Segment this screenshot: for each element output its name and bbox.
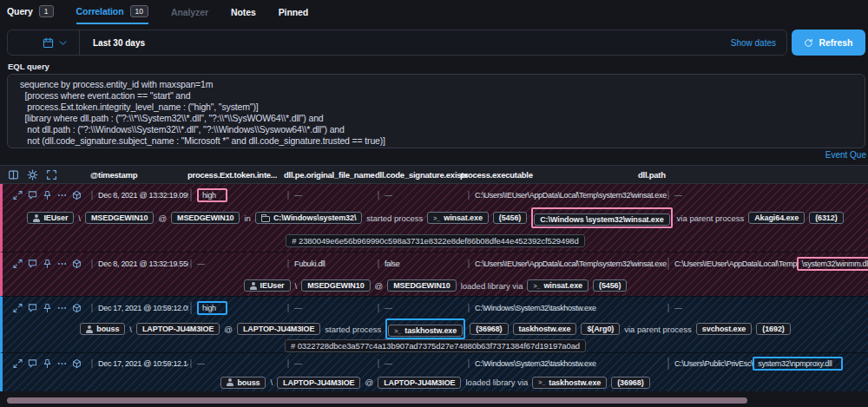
expand-event-icon[interactable] bbox=[13, 304, 23, 313]
event-row[interactable]: Dec 17, 2021 @ 10:59:12.144 — — — C:\Win… bbox=[0, 352, 868, 391]
more-actions-icon[interactable] bbox=[57, 304, 67, 313]
quick-select-button[interactable] bbox=[8, 30, 80, 55]
value-chip[interactable]: >_winsat.exe bbox=[527, 279, 589, 292]
timestamp-cell[interactable]: Dec 17, 2021 @ 10:59:12.059 bbox=[91, 304, 188, 312]
value-chip[interactable]: Akagi64.exe bbox=[748, 212, 805, 224]
signature-cell[interactable]: — bbox=[378, 359, 392, 368]
value-chip[interactable]: IEUser bbox=[244, 279, 291, 292]
eql-query-editor[interactable]: sequence by process.entity_id with maxsp… bbox=[7, 74, 865, 148]
date-range-label[interactable]: Last 30 days bbox=[80, 38, 731, 48]
value-chip[interactable]: IEUser bbox=[27, 212, 74, 224]
add-note-icon[interactable] bbox=[28, 191, 37, 200]
value-chip[interactable]: (36968) bbox=[611, 377, 649, 389]
event-row[interactable]: Dec 8, 2021 @ 13:32:19.556 — Fubuki.dll … bbox=[0, 252, 868, 296]
value-chip[interactable]: LAPTOP-JU4M3IOE bbox=[237, 323, 320, 335]
timestamp-cell[interactable]: Dec 17, 2021 @ 10:59:12.144 bbox=[91, 359, 188, 368]
analyze-event-icon[interactable] bbox=[72, 259, 82, 269]
timestamp-cell[interactable]: Dec 8, 2021 @ 13:32:19.099 bbox=[91, 191, 188, 200]
add-note-icon[interactable] bbox=[28, 304, 37, 313]
executable-cell[interactable]: C:\Windows\System32\taskhostw.exe bbox=[468, 359, 596, 368]
refresh-icon bbox=[804, 38, 813, 48]
value-chip[interactable]: (6312) bbox=[809, 212, 843, 224]
columns-icon[interactable] bbox=[8, 169, 19, 181]
value-chip[interactable]: MSEDGEWIN10 bbox=[85, 212, 154, 224]
tab-query[interactable]: Query 1 bbox=[7, 5, 54, 24]
value-chip[interactable]: taskhostw.exe bbox=[513, 323, 577, 335]
more-actions-icon[interactable] bbox=[57, 259, 67, 269]
expand-event-icon[interactable] bbox=[13, 259, 23, 269]
value-chip[interactable]: >_taskhostw.exe bbox=[388, 325, 463, 337]
signature-cell[interactable]: — bbox=[378, 191, 392, 200]
column-header-dllpath[interactable]: dll.path bbox=[638, 170, 666, 180]
filename-cell[interactable]: — bbox=[287, 191, 302, 200]
value-chip[interactable]: C:\Windows \system32\winsat.exe bbox=[534, 213, 669, 226]
signature-cell[interactable]: — bbox=[378, 304, 392, 312]
expand-event-icon[interactable] bbox=[13, 191, 23, 200]
analyze-event-icon[interactable] bbox=[72, 304, 82, 313]
value-chip[interactable]: LAPTOP-JU4M3IOE bbox=[277, 377, 360, 389]
pin-icon[interactable] bbox=[43, 358, 52, 368]
add-note-icon[interactable] bbox=[28, 259, 37, 269]
dllpath-cell[interactable]: — bbox=[667, 304, 682, 312]
dllpath-cell[interactable]: C:\Users\Public\PrivEsc\system32\npmprox… bbox=[667, 358, 843, 370]
event-row[interactable]: Dec 17, 2021 @ 10:59:12.059 high — — C:\… bbox=[0, 296, 868, 352]
value-chip[interactable]: LAPTOP-JU4M3IOE bbox=[378, 377, 461, 389]
column-header-timestamp[interactable]: @timestamp bbox=[90, 170, 137, 180]
executable-cell[interactable]: C:\Users\IEUser\AppData\Local\Temp\syste… bbox=[468, 259, 667, 268]
value-chip[interactable]: bouss bbox=[80, 323, 125, 335]
executable-cell[interactable]: C:\Windows\System32\taskhostw.exe bbox=[468, 304, 596, 312]
horizontal-scrollbar[interactable] bbox=[7, 397, 747, 404]
dllpath-cell[interactable]: — bbox=[667, 191, 682, 200]
expand-event-icon[interactable] bbox=[13, 358, 23, 368]
signature-cell[interactable]: false bbox=[378, 259, 400, 268]
gear-icon[interactable] bbox=[27, 169, 38, 181]
value-chip[interactable]: C:\Windows\system32\ bbox=[255, 212, 362, 224]
refresh-button[interactable]: Refresh bbox=[792, 30, 865, 56]
integrity-cell[interactable]: — bbox=[190, 359, 205, 368]
tab-pinned[interactable]: Pinned bbox=[279, 7, 308, 24]
value-chip[interactable]: (5456) bbox=[593, 279, 627, 292]
more-actions-icon[interactable] bbox=[57, 358, 67, 368]
pin-icon[interactable] bbox=[43, 259, 52, 269]
timestamp-cell[interactable]: Dec 8, 2021 @ 13:32:19.556 bbox=[91, 259, 188, 268]
integrity-cell[interactable]: — bbox=[190, 259, 205, 268]
column-header-executable[interactable]: process.executable bbox=[460, 170, 533, 180]
show-dates-link[interactable]: Show dates bbox=[731, 38, 786, 48]
add-note-icon[interactable] bbox=[28, 358, 37, 368]
pin-icon[interactable] bbox=[43, 304, 52, 313]
filename-cell[interactable]: Fubuki.dll bbox=[287, 259, 326, 268]
integrity-cell[interactable]: high bbox=[190, 189, 227, 201]
value-chip[interactable]: LAPTOP-JU4M3IOE bbox=[136, 323, 220, 335]
more-actions-icon[interactable] bbox=[57, 191, 67, 200]
value-chip[interactable]: (5456) bbox=[493, 212, 527, 224]
analyze-event-icon[interactable] bbox=[72, 358, 82, 368]
column-header-filename[interactable]: dll.pe.original_file_name bbox=[284, 170, 375, 180]
pin-icon[interactable] bbox=[43, 191, 52, 200]
column-header-signature[interactable]: dll.code_signature.exists bbox=[375, 170, 468, 180]
value-chip[interactable]: MSEDGEWIN10 bbox=[171, 212, 240, 224]
hash-chip[interactable]: # 0322728dbce3a577c4a13b907ad7375d27e748… bbox=[285, 339, 586, 352]
value-chip[interactable]: >_taskhostw.exe bbox=[532, 377, 607, 389]
value-chip[interactable]: $(Arg0) bbox=[581, 323, 620, 335]
tab-notes[interactable]: Notes bbox=[231, 7, 256, 24]
executable-cell[interactable]: C:\Users\IEUser\AppData\Local\Temp\syste… bbox=[468, 191, 667, 200]
value-chip[interactable]: MSEDGEWIN10 bbox=[301, 279, 370, 292]
column-header-integrity[interactable]: process.Ext.token.inte... bbox=[187, 170, 277, 180]
integrity-cell[interactable]: high bbox=[190, 302, 227, 314]
filename-cell[interactable]: — bbox=[287, 359, 302, 368]
value-chip[interactable]: svchost.exe bbox=[696, 323, 752, 335]
fullscreen-icon[interactable] bbox=[46, 169, 57, 181]
analyze-event-icon[interactable] bbox=[72, 191, 82, 200]
event-query-link[interactable]: Event Que bbox=[0, 150, 868, 162]
cell-value: C:\Windows\System32\taskhostw.exe bbox=[475, 304, 596, 312]
hash-chip[interactable]: # 2380049e6e56b969990c598a3731e8322e8def… bbox=[286, 234, 584, 247]
event-row[interactable]: Dec 8, 2021 @ 13:32:19.099 high — — C:\U… bbox=[0, 184, 868, 252]
filename-cell[interactable]: — bbox=[287, 304, 302, 312]
value-chip[interactable]: (36968) bbox=[470, 323, 508, 335]
value-chip[interactable]: bouss bbox=[220, 377, 266, 389]
value-chip[interactable]: (1692) bbox=[756, 323, 790, 335]
tab-correlation[interactable]: Correlation 10 bbox=[76, 5, 148, 24]
dllpath-cell[interactable]: C:\Users\IEUser\AppData\Local\Temp\syste… bbox=[667, 258, 868, 270]
value-chip[interactable]: MSEDGEWIN10 bbox=[387, 279, 456, 292]
value-chip[interactable]: >_winsat.exe bbox=[427, 212, 489, 224]
